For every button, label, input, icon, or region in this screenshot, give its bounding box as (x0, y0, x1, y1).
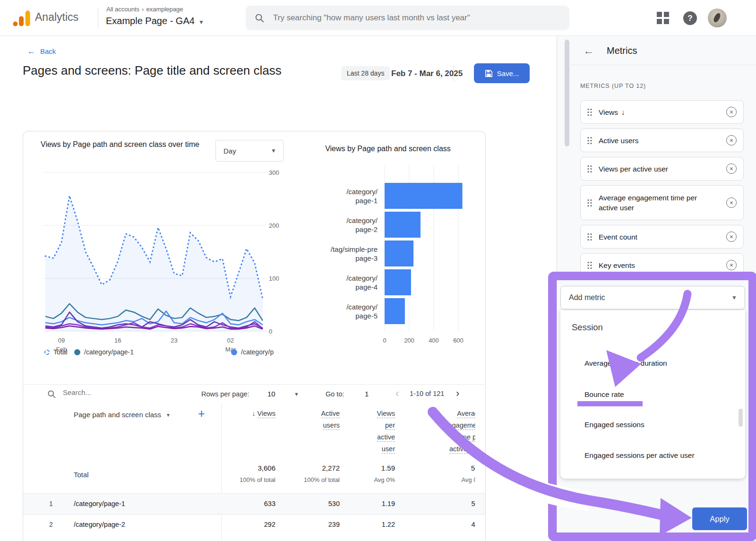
avatar[interactable] (708, 9, 727, 27)
pagination-range: 1-10 of 121 (410, 390, 444, 397)
chevron-down-icon: ▼ (198, 19, 204, 26)
svg-text:200: 200 (269, 222, 279, 229)
dimension-column-header[interactable]: Page path and screen class (74, 411, 161, 419)
table-search-input[interactable] (63, 388, 157, 396)
next-page-icon[interactable]: › (456, 387, 459, 400)
metric-chip-label: Active users (599, 136, 712, 146)
dropdown-option[interactable]: Average session duration (584, 356, 667, 370)
svg-text:02: 02 (227, 337, 234, 344)
save-button[interactable]: Save... (474, 63, 530, 83)
svg-text:09: 09 (58, 337, 65, 344)
apply-button[interactable]: Apply (692, 507, 747, 530)
dropdown-option[interactable]: Bounce rate (584, 387, 624, 402)
chevron-down-icon[interactable]: ▼ (294, 391, 299, 397)
back-link[interactable]: ←Back (27, 47, 56, 56)
divider (569, 65, 756, 65)
annotation-underline (577, 401, 643, 406)
legend-item[interactable]: /category/p (231, 348, 274, 356)
dropdown-option[interactable]: Engaged sessions per active user (584, 448, 695, 463)
metric-chip[interactable]: Average engagement time per active user✕ (580, 185, 744, 220)
chevron-down-icon[interactable]: ▼ (166, 412, 171, 418)
chevron-down-icon: ▼ (731, 294, 737, 301)
svg-text:600: 600 (453, 337, 464, 344)
drag-handle-icon (587, 108, 592, 116)
remove-metric-icon[interactable]: ✕ (726, 107, 737, 117)
metric-chip-label: Key events (599, 260, 712, 270)
report-card: Views by Page path and screen class over… (23, 131, 486, 541)
table-toolbar: Rows per page: 10 ▼ Go to: 1 ‹ 1-10 of 1… (23, 384, 486, 403)
rows-per-page-value[interactable]: 10 (267, 390, 275, 398)
drag-handle-icon (587, 199, 592, 207)
row-dimension: /category/page-2 (74, 521, 125, 528)
row-index: 2 (49, 521, 53, 528)
legend-item[interactable]: /category/page-1 (74, 348, 134, 356)
header-divider (98, 8, 98, 28)
remove-metric-icon[interactable]: ✕ (726, 232, 737, 242)
total-row-label: Total (74, 471, 89, 479)
row-value: 53s (404, 500, 475, 507)
drag-handle-icon (587, 261, 592, 269)
remove-metric-icon[interactable]: ✕ (726, 163, 737, 174)
svg-text:200: 200 (404, 337, 414, 344)
rows-per-page-label: Rows per page: (201, 390, 249, 398)
svg-text:/category/: /category/ (346, 274, 378, 282)
panel-back-arrow-icon[interactable]: ← (583, 44, 594, 57)
legend-label: Total (53, 348, 68, 356)
date-range[interactable]: Feb 7 - Mar 6, 2025 (391, 69, 463, 78)
breadcrumb-current[interactable]: examplepage (146, 6, 183, 13)
breadcrumb-root[interactable]: All accounts (106, 6, 139, 13)
dropdown-option[interactable]: Engaged sessions (584, 418, 644, 432)
back-arrow-icon: ← (27, 47, 35, 56)
table-row[interactable]: 1/category/page-16335301.1953s (23, 493, 486, 514)
legend-label: /category/page-1 (84, 348, 134, 356)
sort-desc-icon: ↓ (621, 108, 625, 116)
property-selector[interactable]: Example Page - GA4▼ (106, 16, 204, 26)
table-row[interactable]: 2/category/page-22922391.2245s (23, 514, 486, 535)
scrollbar-thumb[interactable] (739, 409, 743, 427)
remove-metric-icon[interactable]: ✕ (726, 260, 737, 270)
row-dimension: /category/page-1 (74, 500, 125, 507)
drag-handle-icon (587, 233, 592, 241)
remove-metric-icon[interactable]: ✕ (726, 135, 737, 146)
remove-metric-icon[interactable]: ✕ (726, 198, 737, 208)
metric-column-header[interactable]: Viewsperactiveuser (319, 408, 395, 455)
svg-text:400: 400 (429, 337, 439, 344)
prev-page-icon[interactable]: ‹ (395, 387, 399, 400)
total-subvalue: Avg 0% (319, 476, 395, 483)
add-metric-select[interactable]: Add metric▼ (560, 286, 745, 309)
metric-chip-label: Event count (599, 232, 712, 242)
search-icon (254, 13, 265, 23)
metric-chip[interactable]: Views per active user✕ (580, 157, 744, 180)
scrollbar-thumb[interactable] (565, 40, 569, 146)
date-preset-chip[interactable]: Last 28 days (341, 66, 390, 80)
metric-chip[interactable]: Key events✕ (580, 253, 744, 277)
legend-item[interactable]: Total (44, 348, 68, 356)
drag-handle-icon (587, 165, 592, 173)
total-value: 1.59 (319, 464, 395, 472)
svg-text:300: 300 (269, 169, 279, 176)
legend-dot-icon (74, 349, 80, 355)
svg-text:100: 100 (269, 275, 279, 282)
save-icon (485, 69, 493, 77)
dropdown-group-label: Session (572, 322, 603, 333)
charts-canvas: 300200100009Feb162302Mar0200400600/categ… (23, 131, 486, 358)
row-value: 1.22 (319, 521, 395, 528)
row-value: 45s (404, 521, 475, 528)
metric-chip[interactable]: Event count✕ (580, 225, 744, 249)
goto-label: Go to: (326, 390, 344, 398)
breadcrumb[interactable]: All accounts›examplepage (106, 6, 183, 13)
apps-grid-icon[interactable] (657, 12, 669, 24)
metric-chip[interactable]: Views ↓✕ (580, 100, 744, 124)
global-search-input[interactable] (273, 13, 557, 23)
svg-text:page-2: page-2 (355, 225, 378, 233)
metric-column-header[interactable]: Averageengagementtime peractive user (404, 408, 475, 455)
global-search[interactable] (246, 6, 569, 30)
help-icon[interactable]: ? (683, 11, 697, 25)
svg-text:23: 23 (171, 337, 177, 344)
svg-text:/category/: /category/ (346, 188, 378, 196)
svg-text:/tag/simple-pre: /tag/simple-pre (331, 245, 378, 253)
total-value: 56s (404, 464, 475, 472)
svg-text:/category/: /category/ (346, 303, 378, 311)
metric-chip[interactable]: Active users✕ (580, 129, 744, 152)
goto-value[interactable]: 1 (365, 390, 369, 398)
